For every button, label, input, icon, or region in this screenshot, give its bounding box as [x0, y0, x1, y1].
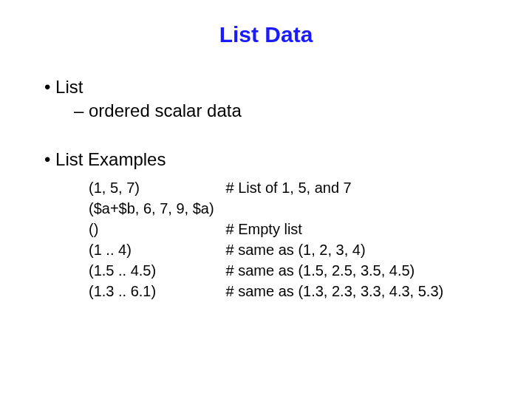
bullet-list: List	[44, 77, 495, 98]
example-row: (1.3 .. 6.1) # same as (1.3, 2.3, 3.3, 4…	[89, 281, 495, 301]
example-row: (1 .. 4) # same as (1, 2, 3, 4)	[89, 239, 495, 260]
example-code: ($a+$b, 6, 7, 9, $a)	[89, 198, 222, 219]
example-code: (1.5 .. 4.5)	[89, 260, 222, 281]
example-comment: # same as (1, 2, 3, 4)	[226, 242, 366, 258]
slide: List Data List ordered scalar data List …	[0, 0, 532, 399]
example-row: () # Empty list	[89, 219, 495, 239]
spacer	[37, 124, 495, 149]
example-code: ()	[89, 219, 222, 239]
examples-block: (1, 5, 7) # List of 1, 5, and 7 ($a+$b, …	[89, 177, 495, 301]
slide-title: List Data	[37, 22, 495, 47]
example-code: (1, 5, 7)	[89, 177, 222, 198]
example-comment: # same as (1.5, 2.5, 3.5, 4.5)	[226, 262, 415, 279]
example-comment: # List of 1, 5, and 7	[226, 180, 352, 196]
bullet-ordered: ordered scalar data	[74, 100, 495, 121]
example-code: (1 .. 4)	[89, 239, 222, 260]
example-row: ($a+$b, 6, 7, 9, $a)	[89, 198, 495, 219]
example-code: (1.3 .. 6.1)	[89, 281, 222, 301]
example-row: (1, 5, 7) # List of 1, 5, and 7	[89, 177, 495, 198]
example-comment: # same as (1.3, 2.3, 3.3, 4.3, 5.3)	[226, 283, 444, 299]
example-comment: # Empty list	[226, 221, 302, 237]
bullet-examples: List Examples	[44, 149, 495, 170]
example-row: (1.5 .. 4.5) # same as (1.5, 2.5, 3.5, 4…	[89, 260, 495, 281]
